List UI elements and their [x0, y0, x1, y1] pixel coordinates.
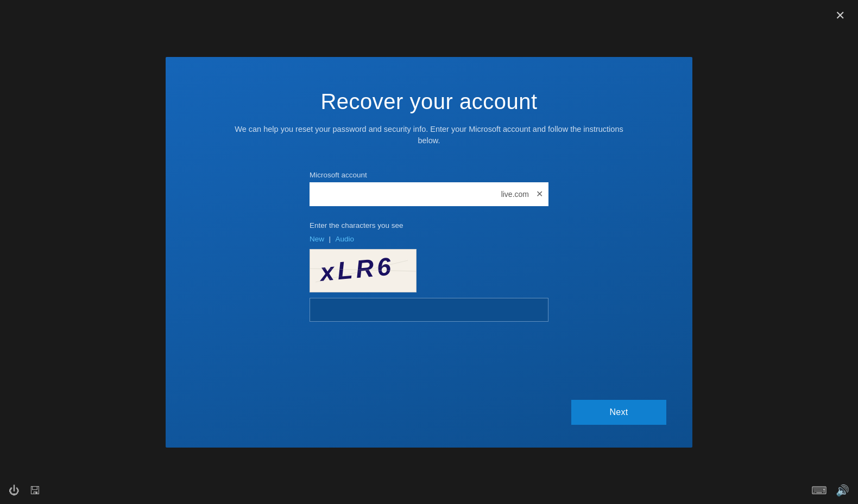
account-field-label: Microsoft account: [310, 171, 548, 179]
page-title: Recover your account: [320, 90, 537, 114]
account-input[interactable]: [310, 182, 548, 206]
taskbar-right: ⌨ 🔊: [811, 484, 849, 497]
captcha-new-link[interactable]: New: [310, 235, 324, 243]
page-subtitle: We can help you reset your password and …: [234, 124, 624, 148]
clear-account-button[interactable]: ✕: [535, 189, 544, 200]
taskbar-icon-bell[interactable]: 🖫: [29, 484, 40, 497]
taskbar: ⏻ 🖫 ⌨ 🔊: [0, 477, 858, 504]
captcha-input[interactable]: [310, 298, 548, 322]
captcha-image: xLR6: [310, 249, 417, 292]
captcha-label: Enter the characters you see: [310, 221, 548, 229]
captcha-audio-link[interactable]: Audio: [335, 235, 354, 243]
captcha-svg: xLR6: [310, 250, 416, 292]
account-input-wrapper: live.com ✕: [310, 182, 548, 206]
captcha-separator: |: [329, 235, 331, 243]
next-button[interactable]: Next: [571, 400, 666, 425]
close-button[interactable]: ✕: [835, 10, 845, 22]
recover-account-dialog: Recover your account We can help you res…: [166, 57, 692, 448]
captcha-links: New | Audio: [310, 234, 548, 244]
form-area: Microsoft account live.com ✕ Enter the c…: [310, 171, 548, 322]
taskbar-icon-volume[interactable]: 🔊: [836, 484, 849, 497]
taskbar-left: ⏻ 🖫: [9, 484, 40, 497]
taskbar-icon-keyboard[interactable]: ⌨: [811, 484, 827, 497]
taskbar-icon-back[interactable]: ⏻: [9, 484, 20, 497]
